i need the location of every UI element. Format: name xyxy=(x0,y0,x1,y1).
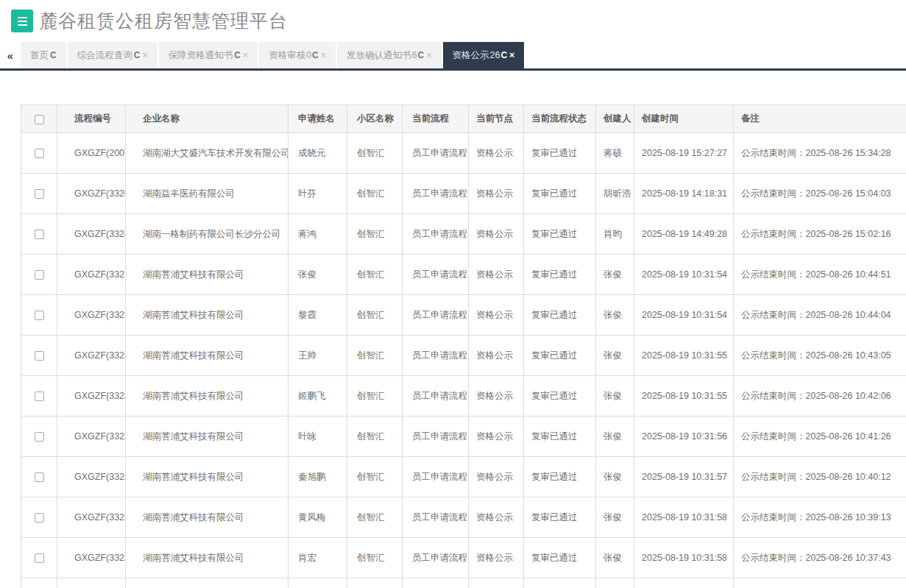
tab-qualification-review[interactable]: 资格审核 0 C × xyxy=(259,42,336,68)
cell-remark: 公示结束时间：2025-08-26 15:34:28 xyxy=(734,133,906,174)
row-checkbox[interactable] xyxy=(35,472,44,482)
cell-remark: 公示结束时间：2025-08-26 10:41:26 xyxy=(734,417,906,457)
tab-label: 发放确认通知书 xyxy=(347,49,411,62)
row-select-cell[interactable] xyxy=(21,417,57,457)
tab-guarantee-qualification-notice[interactable]: 保障资格通知书 C × xyxy=(159,42,258,68)
cell-creator: 张俊 xyxy=(596,538,634,578)
table-row[interactable]: GXGZF(33224)湖南菩浦艾科技有限公司秦旭鹏创智汇员工申请流程资格公示复… xyxy=(21,457,906,497)
cell-empty xyxy=(734,578,906,588)
refresh-icon[interactable]: C xyxy=(50,50,57,60)
select-all-checkbox[interactable] xyxy=(35,115,44,124)
row-checkbox[interactable] xyxy=(35,270,44,280)
refresh-icon[interactable]: C xyxy=(234,50,241,60)
menu-icon xyxy=(18,17,27,18)
cell-node: 资格公示 xyxy=(469,497,524,538)
row-checkbox[interactable] xyxy=(35,149,44,158)
menu-icon xyxy=(18,21,27,22)
cell-status: 复审已通过 xyxy=(524,457,596,497)
cell-created: 2025-08-19 10:31:54 xyxy=(634,295,734,336)
cell-community: 创智汇 xyxy=(347,376,403,417)
cell-empty xyxy=(524,578,596,588)
cell-community: 创智汇 xyxy=(347,133,403,174)
refresh-icon[interactable]: C xyxy=(134,50,141,60)
cell-company: 湖南菩浦艾科技有限公司 xyxy=(126,538,289,578)
row-select-cell[interactable] xyxy=(21,376,57,417)
cell-company: 湖南菩浦艾科技有限公司 xyxy=(126,417,289,457)
tab-list: 首页 C 综合流程查询 C × 保障资格通知书 C × 资格审核 0 C × 发… xyxy=(21,42,525,68)
table-row[interactable]: GXGZF(33230)湖南菩浦艾科技有限公司姬鹏飞创智汇员工申请流程资格公示复… xyxy=(21,376,906,417)
cell-id: GXGZF(33219) xyxy=(57,255,126,295)
refresh-icon[interactable]: C xyxy=(418,50,425,60)
cell-created: 2025-08-19 14:18:31 xyxy=(634,174,734,214)
cell-flow: 员工申请流程 xyxy=(403,295,469,336)
close-icon[interactable]: × xyxy=(142,50,147,60)
cell-empty xyxy=(634,578,734,588)
cell-created: 2025-08-19 10:31:55 xyxy=(634,376,734,417)
row-select-cell[interactable] xyxy=(21,133,57,174)
row-checkbox[interactable] xyxy=(35,189,44,199)
close-icon[interactable]: × xyxy=(243,50,248,60)
cell-id: GXGZF(33220) xyxy=(57,497,126,538)
cell-remark: 公示结束时间：2025-08-26 10:43:05 xyxy=(734,336,906,376)
cell-applicant: 黄凤梅 xyxy=(289,497,347,538)
row-checkbox[interactable] xyxy=(35,432,44,442)
row-checkbox[interactable] xyxy=(35,311,44,320)
table-row[interactable]: GXGZF(33233)湖南菩浦艾科技有限公司黎霞创智汇员工申请流程资格公示复审… xyxy=(21,295,906,336)
cell-company: 湖南菩浦艾科技有限公司 xyxy=(126,295,289,336)
row-checkbox[interactable] xyxy=(35,513,44,523)
cell-node: 资格公示 xyxy=(469,255,524,295)
cell-community: 创智汇 xyxy=(347,336,403,376)
row-select-cell[interactable] xyxy=(21,538,57,578)
table-row[interactable]: GXGZF(33226)湖南菩浦艾科技有限公司叶咏创智汇员工申请流程资格公示复审… xyxy=(21,417,906,457)
tab-qualification-publicity[interactable]: 资格公示 26 C × xyxy=(443,42,525,68)
table-row[interactable]: GXGZF(33201)湖南益丰医药有限公司叶芬创智汇员工申请流程资格公示复审已… xyxy=(21,174,906,214)
table-row[interactable]: GXGZF(33240)湖南一格制药有限公司长沙分公司蒋鸿创智汇员工申请流程资格… xyxy=(21,214,906,255)
row-select-cell[interactable] xyxy=(21,255,57,295)
tab-home[interactable]: 首页 C xyxy=(21,42,66,68)
menu-button[interactable] xyxy=(11,10,33,32)
tab-comprehensive-process-query[interactable]: 综合流程查询 C × xyxy=(68,42,158,68)
cell-empty xyxy=(57,578,126,588)
refresh-icon[interactable]: C xyxy=(312,50,319,60)
close-icon[interactable]: × xyxy=(321,50,326,60)
cell-created: 2025-08-19 10:31:58 xyxy=(634,538,734,578)
select-all-header[interactable] xyxy=(21,105,57,133)
column-header-created: 创建时间 xyxy=(634,105,734,133)
row-select-cell[interactable] xyxy=(21,336,57,376)
close-icon[interactable]: × xyxy=(509,50,514,60)
cell-company: 湖南湖大艾盛汽车技术开发有限公司 xyxy=(126,133,289,174)
row-select-cell[interactable] xyxy=(21,497,57,538)
cell-created: 2025-08-19 10:31:56 xyxy=(634,417,734,457)
collapse-tabs-button[interactable]: « xyxy=(0,42,21,68)
table-row[interactable]: GXGZF(33228)湖南菩浦艾科技有限公司王帅创智汇员工申请流程资格公示复审… xyxy=(21,336,906,376)
cell-applicant: 叶芬 xyxy=(289,174,347,214)
row-checkbox[interactable] xyxy=(35,392,44,401)
cell-creator: 肖昀 xyxy=(596,214,634,255)
column-header-id: 流程编号 xyxy=(57,105,126,133)
tab-issuance-confirmation-notice[interactable]: 发放确认通知书 6 C × xyxy=(337,42,441,68)
row-checkbox[interactable] xyxy=(35,230,44,239)
column-header-node: 当前节点 xyxy=(469,105,524,133)
cell-community: 创智汇 xyxy=(347,255,403,295)
row-checkbox[interactable] xyxy=(35,351,44,361)
row-select-cell[interactable] xyxy=(21,174,57,214)
refresh-icon[interactable]: C xyxy=(500,50,507,60)
table-row[interactable]: GXGZF(33221)湖南菩浦艾科技有限公司肖宏创智汇员工申请流程资格公示复审… xyxy=(21,538,906,578)
tab-label: 资格审核 xyxy=(269,49,305,62)
cell-empty xyxy=(289,578,347,588)
close-icon[interactable]: × xyxy=(426,50,431,60)
cell-community: 创智汇 xyxy=(347,295,403,336)
table-row[interactable]: GXGZF(33220)湖南菩浦艾科技有限公司黄凤梅创智汇员工申请流程资格公示复… xyxy=(21,497,906,538)
cell-created: 2025-08-19 10:31:54 xyxy=(634,255,734,295)
cell-remark: 公示结束时间：2025-08-26 10:37:43 xyxy=(734,538,906,578)
table-row[interactable]: GXGZF(33219)湖南菩浦艾科技有限公司张俊创智汇员工申请流程资格公示复审… xyxy=(21,255,906,295)
cell-flow: 员工申请流程 xyxy=(403,174,469,214)
row-select-cell[interactable] xyxy=(21,295,57,336)
table-row[interactable]: GXGZF(20078)湖南湖大艾盛汽车技术开发有限公司成晓元创智汇员工申请流程… xyxy=(21,133,906,174)
row-select-cell[interactable] xyxy=(21,457,57,497)
row-select-cell[interactable] xyxy=(21,214,57,255)
cell-company: 湖南菩浦艾科技有限公司 xyxy=(126,255,289,295)
row-checkbox[interactable] xyxy=(35,553,44,563)
tab-bar: « 首页 C 综合流程查询 C × 保障资格通知书 C × 资格审核 0 C ×… xyxy=(0,42,906,71)
cell-company: 湖南菩浦艾科技有限公司 xyxy=(126,376,289,417)
